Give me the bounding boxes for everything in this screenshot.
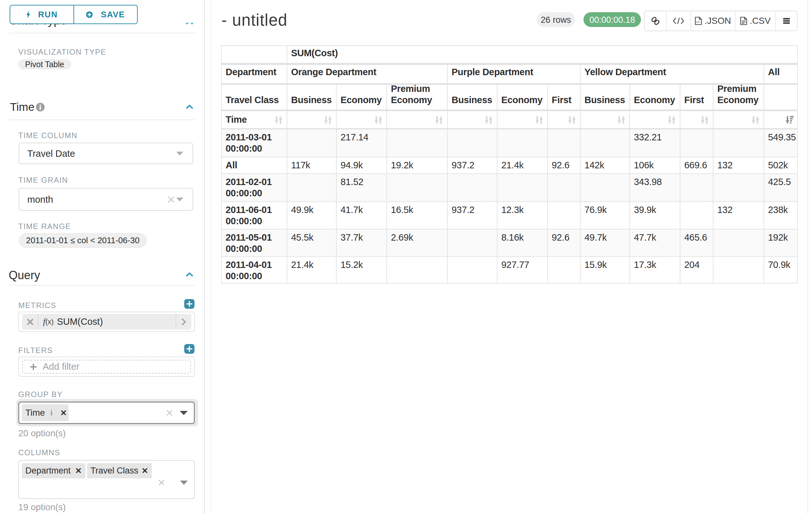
svg-text:</>: </> [696, 21, 700, 24]
